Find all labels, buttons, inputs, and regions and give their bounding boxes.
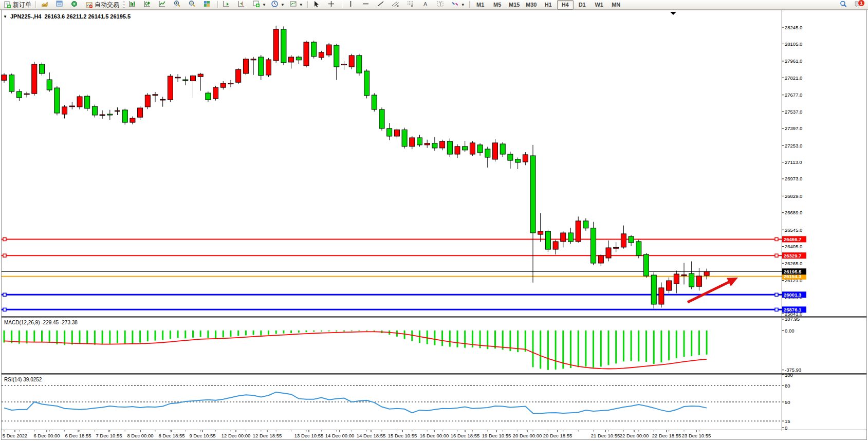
timeframe-m30[interactable]: M30 [523, 0, 540, 10]
chart-shift-button[interactable] [235, 0, 250, 10]
svg-text:16 Dec 18:55: 16 Dec 18:55 [451, 433, 480, 438]
vertical-line-button[interactable] [345, 0, 359, 10]
market-watch-button[interactable] [39, 0, 53, 10]
svg-text:F: F [411, 5, 413, 8]
auto-trading-label: 自动交易 [95, 1, 119, 9]
timeframe-d1[interactable]: D1 [574, 0, 590, 10]
svg-text:27397.0: 27397.0 [785, 125, 802, 131]
new-chart-button[interactable]: ▼ [250, 0, 268, 10]
auto-trading-button[interactable]: 自动交易 [83, 0, 121, 10]
svg-text:14 Dec 18:55: 14 Dec 18:55 [357, 433, 386, 438]
text-label-icon: T [436, 0, 444, 9]
separator [342, 1, 343, 8]
timeframe-h1[interactable]: H1 [540, 0, 557, 10]
svg-text:6 Dec 00:00: 6 Dec 00:00 [33, 433, 60, 438]
svg-text:27821.0: 27821.0 [785, 75, 802, 81]
templates-button[interactable]: ▼ [287, 0, 305, 10]
new-order-label: 新订单 [13, 1, 31, 9]
zoom-in-icon [173, 0, 181, 9]
shapes-arrows-icon [451, 0, 459, 9]
svg-text:E: E [397, 5, 399, 8]
svg-text:26265.0: 26265.0 [785, 261, 802, 266]
search-icon [839, 0, 847, 10]
timeframe-mn[interactable]: MN [608, 0, 624, 10]
svg-text:0: 0 [785, 425, 787, 431]
market-watch-icon [41, 0, 48, 9]
svg-text:20 Dec 00:00: 20 Dec 00:00 [513, 433, 542, 438]
timeframe-w1[interactable]: W1 [591, 0, 607, 10]
svg-text:26329.7: 26329.7 [784, 253, 801, 259]
svg-text:50: 50 [785, 399, 790, 405]
cursor-button[interactable] [310, 0, 325, 10]
trendline-button[interactable] [375, 0, 389, 10]
svg-text:27253.0: 27253.0 [785, 143, 802, 149]
separator [469, 1, 470, 8]
data-window-button[interactable] [53, 0, 68, 10]
fibonacci-button[interactable]: F [404, 0, 419, 10]
text-label-button[interactable]: T [434, 0, 449, 10]
chart-header: ▼ JPN225-,H4 26163.6 26211.2 26141.5 261… [3, 13, 131, 20]
chevron-down-icon: ▼ [281, 3, 285, 7]
template-icon [289, 0, 297, 9]
svg-text:13 Dec 10:55: 13 Dec 10:55 [294, 433, 324, 438]
channel-icon: E [392, 0, 399, 9]
svg-text:80: 80 [785, 383, 790, 389]
svg-text:5 Dec 2022: 5 Dec 2022 [3, 433, 28, 438]
zoom-out-icon [188, 0, 196, 9]
bar-chart-button[interactable] [126, 0, 141, 10]
notifications-button[interactable]: 1 [852, 0, 866, 10]
channel-button[interactable]: E [390, 0, 404, 10]
svg-text:12 Dec 18:55: 12 Dec 18:55 [253, 433, 282, 438]
svg-text:25876.1: 25876.1 [784, 307, 802, 313]
clock-icon [271, 0, 279, 9]
macd-indicator-label: MACD(12,26,9) -229.45 -273.38 [4, 320, 78, 325]
svg-text:27113.0: 27113.0 [785, 159, 802, 165]
shapes-button[interactable]: ▼ [449, 0, 467, 10]
tile-windows-button[interactable] [201, 0, 215, 10]
svg-text:20 Dec 18:55: 20 Dec 18:55 [543, 433, 572, 438]
svg-text:26689.0: 26689.0 [785, 210, 802, 215]
svg-text:16 Dec 00:00: 16 Dec 00:00 [420, 433, 449, 438]
svg-text:0.00: 0.00 [785, 328, 795, 334]
svg-text:15 Dec 10:55: 15 Dec 10:55 [388, 433, 417, 438]
crosshair-icon [327, 0, 335, 9]
svg-text:27961.0: 27961.0 [785, 58, 802, 64]
search-button[interactable] [837, 0, 852, 10]
horizontal-line-icon [362, 0, 370, 9]
tile-windows-icon [203, 0, 211, 9]
periods-button[interactable]: ▼ [269, 0, 287, 10]
crosshair-button[interactable] [325, 0, 340, 10]
svg-text:26001.3: 26001.3 [784, 292, 801, 298]
timeframe-m5[interactable]: M5 [489, 0, 506, 10]
text-button[interactable]: A [419, 0, 434, 10]
svg-text:8 Dec 00:00: 8 Dec 00:00 [127, 433, 153, 438]
svg-text:28105.0: 28105.0 [785, 41, 802, 47]
separator [307, 1, 308, 8]
horizontal-line-button[interactable] [360, 0, 374, 10]
timeframe-m15[interactable]: M15 [506, 0, 523, 10]
svg-text:15: 15 [785, 418, 790, 424]
data-window-icon [56, 0, 63, 9]
new-order-button[interactable]: 新订单 [2, 0, 33, 10]
chart-menu-icon[interactable]: ▼ [3, 14, 7, 19]
main-toolbar: 新订单 自动交易 ▼ ▼ [0, 0, 868, 10]
svg-text:26545.0: 26545.0 [785, 227, 802, 233]
zoom-in-button[interactable] [171, 0, 186, 10]
auto-scroll-button[interactable] [220, 0, 235, 10]
strategy-navigator-button[interactable] [68, 0, 83, 10]
zoom-out-button[interactable] [186, 0, 200, 10]
candlestick-chart-button[interactable] [141, 0, 156, 10]
timeframe-h4[interactable]: H4 [557, 0, 574, 10]
svg-text:8 Dec 18:55: 8 Dec 18:55 [158, 433, 184, 438]
timeframe-m1[interactable]: M1 [472, 0, 489, 10]
new-chart-icon [252, 0, 260, 9]
svg-text:14 Dec 00:00: 14 Dec 00:00 [325, 433, 355, 438]
svg-text:7 Dec 10:55: 7 Dec 10:55 [96, 433, 122, 438]
chart-window[interactable]: ▼ JPN225-,H4 26163.6 26211.2 26141.5 261… [0, 10, 868, 441]
chart-canvas[interactable]: 28245.028105.027961.027821.027677.027537… [0, 10, 868, 441]
svg-text:26405.0: 26405.0 [785, 244, 802, 249]
line-chart-button[interactable] [156, 0, 171, 10]
svg-text:12 Dec 00:00: 12 Dec 00:00 [221, 433, 251, 438]
fibonacci-icon: F [407, 0, 414, 9]
new-order-icon [4, 1, 11, 9]
